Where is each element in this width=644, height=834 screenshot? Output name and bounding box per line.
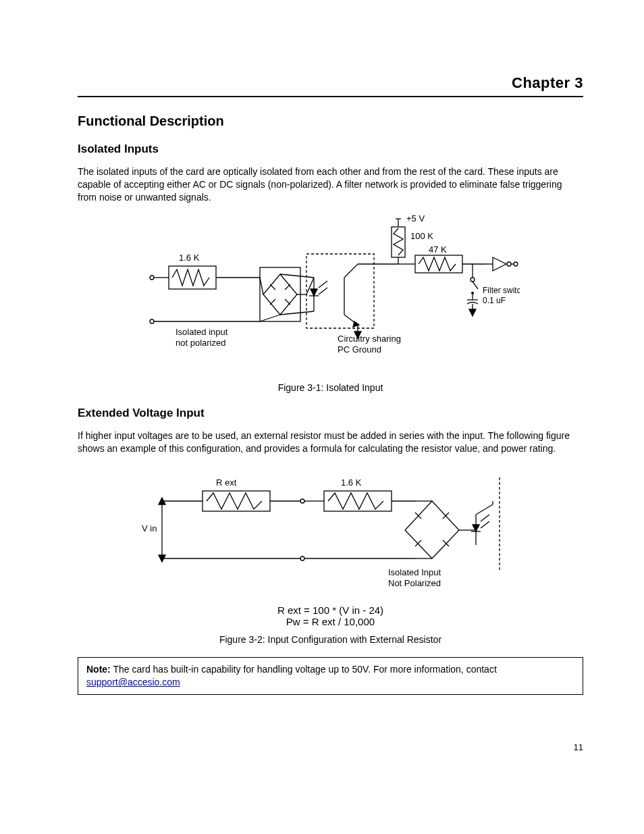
svg-marker-52 bbox=[469, 309, 476, 316]
svg-point-59 bbox=[300, 499, 304, 503]
svg-line-18 bbox=[319, 281, 327, 288]
svg-line-24 bbox=[280, 274, 314, 278]
figure-3-2: R ext 1.6 K V in Isolated Input Not Pola… bbox=[78, 464, 583, 645]
label-pcg-1: Circuitry sharing bbox=[338, 334, 401, 344]
svg-line-13 bbox=[260, 315, 280, 321]
note-text: The card has built-in capability for han… bbox=[111, 664, 497, 675]
svg-line-12 bbox=[260, 278, 263, 294]
label-iso-b1: Isolated Input bbox=[388, 567, 441, 577]
svg-line-47 bbox=[473, 282, 478, 289]
label-1-6k: 1.6 K bbox=[179, 253, 200, 263]
svg-point-41 bbox=[507, 262, 511, 266]
svg-line-77 bbox=[481, 515, 489, 521]
subsection-title-isolated-inputs: Isolated Inputs bbox=[78, 142, 583, 156]
support-email-link[interactable]: support@accesio.com bbox=[86, 677, 180, 687]
svg-point-1 bbox=[150, 319, 154, 323]
figure-3-1: 1.6 K +5 V 100 K 47 K Isolated input not… bbox=[78, 213, 583, 393]
svg-marker-66 bbox=[405, 501, 459, 558]
label-100k: 100 K bbox=[410, 231, 433, 241]
note-box: Note: The card has built-in capability f… bbox=[78, 657, 583, 695]
svg-point-43 bbox=[514, 262, 518, 266]
svg-line-27 bbox=[344, 264, 358, 278]
label-vin: V in bbox=[142, 523, 157, 533]
label-iso-input-1: Isolated input bbox=[176, 327, 228, 337]
svg-point-46 bbox=[471, 278, 475, 282]
svg-line-80 bbox=[476, 504, 493, 515]
label-plus5v: +5 V bbox=[406, 213, 425, 224]
equation-pw: Pw = R ext / 10,000 bbox=[78, 616, 583, 627]
figure-3-1-caption: Figure 3-1: Isolated Input bbox=[78, 382, 583, 393]
svg-line-8 bbox=[270, 284, 275, 290]
equation-rext: R ext = 100 * (V in - 24) bbox=[78, 604, 583, 616]
figure-3-2-caption: Figure 3-2: Input Configuration with Ext… bbox=[78, 634, 583, 645]
note-lead: Note: bbox=[86, 664, 111, 675]
svg-marker-16 bbox=[311, 289, 317, 296]
label-1-6k-b: 1.6 K bbox=[341, 477, 362, 488]
paragraph-extended-voltage: If higher input voltages are to be used,… bbox=[78, 429, 583, 455]
label-rext: R ext bbox=[216, 477, 237, 488]
svg-line-78 bbox=[481, 521, 489, 528]
subsection-title-extended-voltage: Extended Voltage Input bbox=[78, 407, 583, 420]
page-number: 11 bbox=[78, 742, 583, 752]
label-filter-switch: Filter switch bbox=[483, 286, 520, 295]
svg-line-25 bbox=[280, 311, 314, 315]
svg-marker-29 bbox=[353, 321, 359, 327]
svg-marker-40 bbox=[493, 257, 506, 271]
svg-line-10 bbox=[270, 299, 275, 305]
section-title-functional-description: Functional Description bbox=[78, 113, 583, 129]
chapter-heading: Chapter 3 bbox=[78, 74, 583, 97]
paragraph-isolated-inputs: The isolated inputs of the card are opti… bbox=[78, 165, 583, 204]
svg-line-19 bbox=[319, 288, 327, 294]
label-filter-cap: 0.1 uF bbox=[483, 296, 506, 305]
svg-point-64 bbox=[300, 556, 304, 561]
label-iso-b2: Not Polarized bbox=[388, 578, 441, 588]
svg-line-9 bbox=[285, 299, 290, 305]
label-pcg-2: PC Ground bbox=[338, 344, 381, 355]
svg-marker-7 bbox=[263, 274, 297, 315]
svg-line-11 bbox=[285, 284, 290, 290]
label-iso-input-2: not polarized bbox=[176, 338, 225, 348]
label-47k: 47 K bbox=[429, 244, 447, 255]
svg-point-0 bbox=[150, 276, 154, 280]
